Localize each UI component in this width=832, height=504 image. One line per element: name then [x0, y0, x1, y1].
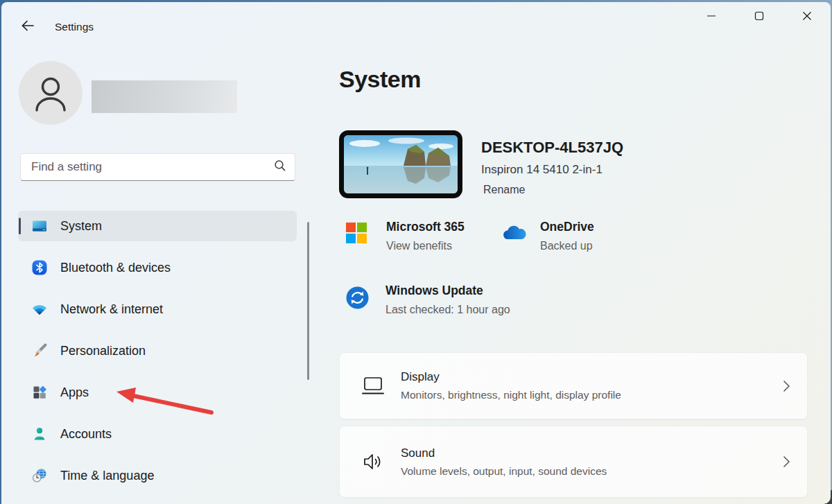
- beach-wallpaper-image: [344, 135, 458, 193]
- search-input[interactable]: [31, 160, 274, 174]
- close-icon: [802, 11, 812, 24]
- sound-card[interactable]: Sound Volume levels, output, input, soun…: [339, 426, 808, 498]
- onedrive-tile[interactable]: OneDrive Backed up: [500, 220, 594, 252]
- user-profile[interactable]: [19, 61, 248, 125]
- sidebar-scrollbar[interactable]: [307, 222, 309, 380]
- device-name: DESKTOP-4L537JQ: [481, 139, 623, 157]
- card-subtitle: Volume levels, output, input, sound devi…: [401, 465, 607, 478]
- close-button[interactable]: [791, 5, 823, 30]
- chevron-right-icon: [782, 380, 790, 392]
- sidebar-item-label: System: [60, 219, 102, 234]
- microsoft-365-icon: [346, 223, 370, 246]
- sidebar-item-time-language[interactable]: Time & language: [18, 460, 297, 491]
- page-title: System: [339, 66, 421, 93]
- sidebar: System Bluetooth & devices: [1, 46, 320, 504]
- maximize-button[interactable]: [743, 5, 775, 30]
- device-info: DESKTOP-4L537JQ Inspiron 14 5410 2-in-1 …: [481, 130, 623, 196]
- sidebar-item-personalization[interactable]: Personalization: [18, 336, 297, 366]
- maximize-icon: [754, 11, 764, 24]
- rename-button[interactable]: Rename: [483, 184, 525, 196]
- personalization-icon: [31, 342, 48, 359]
- sidebar-item-label: Personalization: [60, 344, 146, 358]
- search-icon: [274, 159, 286, 175]
- accounts-icon: [31, 426, 48, 442]
- card-subtitle: Monitors, brightness, night light, displ…: [401, 389, 621, 401]
- windows-update-tile[interactable]: Windows Update Last checked: 1 hour ago: [346, 284, 510, 316]
- chevron-right-icon: [782, 455, 790, 468]
- sidebar-item-label: Bluetooth & devices: [60, 261, 171, 275]
- back-button[interactable]: [17, 16, 39, 38]
- sidebar-item-accounts[interactable]: Accounts: [18, 419, 297, 449]
- device-model: Inspiron 14 5410 2-in-1: [481, 163, 623, 177]
- update-subtitle: Last checked: 1 hour ago: [385, 304, 510, 316]
- main-content: System: [339, 46, 831, 504]
- onedrive-icon: [500, 223, 523, 246]
- minimize-icon: [707, 11, 716, 24]
- person-icon: [19, 61, 83, 125]
- title-bar: Settings: [1, 2, 831, 46]
- promo-title: OneDrive: [540, 220, 594, 234]
- promo-title: Microsoft 365: [386, 220, 465, 234]
- sidebar-item-system[interactable]: System: [18, 211, 297, 241]
- settings-window: Settings: [1, 2, 831, 504]
- sidebar-item-bluetooth-devices[interactable]: Bluetooth & devices: [18, 252, 297, 283]
- display-icon: [362, 376, 384, 397]
- device-header: DESKTOP-4L537JQ Inspiron 14 5410 2-in-1 …: [339, 130, 808, 198]
- bluetooth-icon: [31, 259, 48, 276]
- sidebar-item-network-internet[interactable]: Network & internet: [18, 294, 297, 324]
- display-card[interactable]: Display Monitors, brightness, night ligh…: [339, 352, 808, 419]
- sidebar-item-label: Network & internet: [60, 302, 163, 317]
- promo-subtitle: Backed up: [540, 240, 594, 252]
- microsoft-365-tile[interactable]: Microsoft 365 View benefits: [346, 220, 465, 252]
- system-icon: [31, 218, 48, 234]
- network-icon: [31, 301, 48, 318]
- promo-subtitle: View benefits: [386, 240, 465, 252]
- apps-icon: [31, 384, 48, 401]
- user-name-redacted: [92, 80, 237, 113]
- search-box[interactable]: [20, 153, 295, 181]
- sidebar-item-label: Apps: [60, 385, 89, 400]
- sidebar-item-apps[interactable]: Apps: [18, 377, 297, 408]
- windows-update-icon: [346, 286, 369, 309]
- update-title: Windows Update: [385, 284, 510, 298]
- minimize-button[interactable]: [695, 5, 727, 30]
- selection-pill: [19, 218, 21, 234]
- avatar: [19, 61, 83, 125]
- sidebar-nav: System Bluetooth & devices: [18, 211, 297, 502]
- card-title: Sound: [401, 446, 607, 460]
- settings-cards: Display Monitors, brightness, night ligh…: [339, 352, 808, 504]
- sound-icon: [362, 451, 384, 472]
- sidebar-item-label: Time & language: [60, 469, 154, 483]
- card-title: Display: [401, 370, 621, 384]
- time-language-icon: [31, 467, 48, 484]
- sidebar-item-label: Accounts: [60, 427, 112, 442]
- back-arrow-icon: [20, 19, 35, 35]
- device-thumbnail: [339, 130, 462, 198]
- app-title: Settings: [55, 21, 94, 33]
